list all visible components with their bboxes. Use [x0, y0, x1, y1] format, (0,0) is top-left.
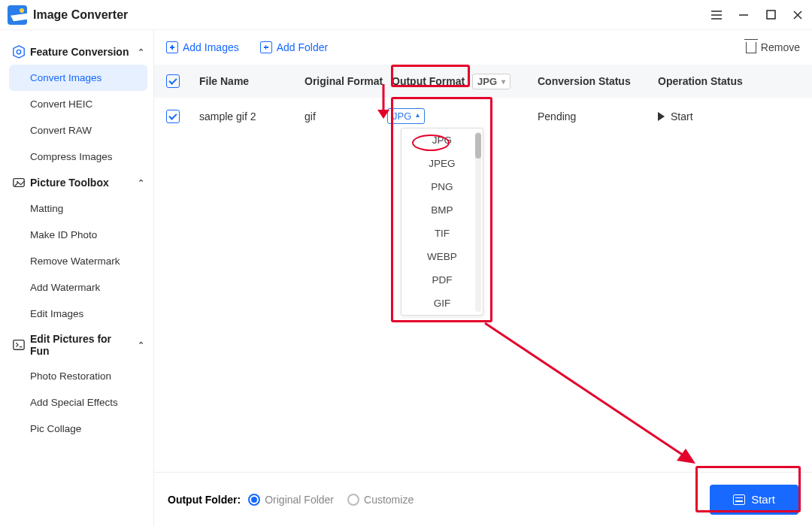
cell-file-name: sample gif 2 — [199, 110, 304, 122]
sidebar-item-convert-heic[interactable]: Convert HEIC — [9, 91, 147, 117]
sidebar-group-feature[interactable]: Feature Conversion ⌃ — [9, 39, 147, 65]
chevron-down-icon: ▾ — [501, 77, 505, 86]
remove-button[interactable]: Remove — [746, 41, 800, 53]
sidebar-group-label: Edit Pictures for Fun — [30, 333, 133, 357]
add-folder-button[interactable]: Add Folder — [260, 41, 328, 53]
button-label: Add Folder — [277, 41, 328, 53]
select-value: JPG — [392, 110, 411, 122]
svg-rect-4 — [767, 11, 775, 19]
sidebar-group-label: Picture Toolbox — [30, 177, 109, 189]
svg-point-8 — [17, 50, 20, 53]
radio-customize[interactable] — [347, 494, 359, 506]
dropdown-option-tif[interactable]: TIF — [401, 222, 483, 245]
convert-icon — [733, 494, 745, 505]
format-dropdown: JPG JPEG PNG BMP TIF WEBP PDF GIF — [401, 128, 483, 316]
sidebar-item-convert-images[interactable]: Convert Images — [9, 65, 147, 91]
dropdown-option-webp[interactable]: WEBP — [401, 245, 483, 268]
sidebar-item-add-wm[interactable]: Add Watermark — [9, 274, 147, 301]
sidebar-item-collage[interactable]: Pic Collage — [9, 416, 147, 442]
toolbar: Add Images Add Folder Remove — [154, 30, 812, 65]
col-operation-status: Operation Status — [658, 75, 800, 87]
chevron-up-icon: ▾ — [416, 112, 420, 120]
sidebar-item-id-photo[interactable]: Make ID Photo — [9, 222, 147, 248]
radio-label: Customize — [364, 494, 414, 506]
sidebar-item-compress[interactable]: Compress Images — [9, 144, 147, 170]
sidebar-item-restoration[interactable]: Photo Restoration — [9, 363, 147, 389]
sidebar-group-label: Feature Conversion — [30, 46, 129, 58]
svg-marker-7 — [14, 46, 24, 58]
add-images-icon — [166, 41, 178, 53]
footer: Output Folder: Original Folder Customize… — [154, 472, 812, 526]
dropdown-scrollbar-track — [475, 132, 481, 312]
trash-icon — [746, 42, 756, 53]
sidebar: Feature Conversion ⌃ Convert Images Conv… — [0, 30, 154, 526]
dropdown-option-png[interactable]: PNG — [401, 175, 483, 198]
toolbox-icon — [12, 176, 26, 189]
select-all-checkbox[interactable] — [166, 74, 180, 88]
maximize-icon[interactable] — [764, 8, 777, 22]
add-images-button[interactable]: Add Images — [166, 41, 239, 53]
radio-label: Original Folder — [265, 494, 334, 506]
chevron-up-icon: ⌃ — [138, 178, 144, 188]
col-file-name: File Name — [199, 75, 304, 87]
button-label: Remove — [761, 41, 800, 53]
row-start-button[interactable]: Start — [658, 110, 693, 122]
row-checkbox[interactable] — [166, 110, 180, 123]
dropdown-option-jpg[interactable]: JPG — [401, 128, 483, 152]
feature-icon — [12, 45, 26, 59]
add-folder-icon — [260, 41, 272, 53]
button-label: Start — [751, 493, 775, 506]
cell-original-format: gif — [304, 110, 387, 122]
select-value: JPG — [477, 76, 497, 87]
close-icon[interactable] — [791, 8, 804, 22]
titlebar: Image Converter — [0, 0, 812, 30]
start-button[interactable]: Start — [710, 485, 798, 515]
sidebar-item-remove-wm[interactable]: Remove Watermark — [9, 248, 147, 274]
col-conversion-status: Conversion Status — [538, 75, 658, 87]
sidebar-item-effects[interactable]: Add Special Effects — [9, 389, 147, 416]
window-controls — [710, 8, 804, 22]
dropdown-scrollbar-thumb[interactable] — [475, 133, 481, 159]
dropdown-option-pdf[interactable]: PDF — [401, 268, 483, 292]
dropdown-option-jpeg[interactable]: JPEG — [401, 152, 483, 175]
chevron-up-icon: ⌃ — [138, 47, 144, 57]
sidebar-item-matting[interactable]: Matting — [9, 195, 147, 222]
dropdown-option-bmp[interactable]: BMP — [401, 198, 483, 222]
radio-original-folder[interactable] — [248, 494, 260, 506]
col-output-format: Output Format — [387, 72, 469, 90]
menu-icon[interactable] — [710, 8, 723, 22]
sidebar-group-toolbox[interactable]: Picture Toolbox ⌃ — [9, 170, 147, 195]
col-original-format: Original Format — [304, 75, 387, 87]
output-folder-label: Output Folder: — [168, 494, 241, 506]
sidebar-group-fun[interactable]: Edit Pictures for Fun ⌃ — [9, 327, 147, 363]
button-label: Start — [671, 110, 693, 122]
table-header: File Name Original Format Output Format … — [154, 65, 812, 98]
app-logo — [8, 5, 27, 25]
fun-icon — [12, 338, 26, 352]
dropdown-option-gif[interactable]: GIF — [401, 292, 483, 315]
play-icon — [658, 112, 665, 121]
cell-status: Pending — [538, 110, 658, 122]
row-format-select[interactable]: JPG ▾ — [387, 108, 425, 124]
sidebar-item-convert-raw[interactable]: Convert RAW — [9, 117, 147, 144]
sidebar-item-edit-images[interactable]: Edit Images — [9, 301, 147, 327]
button-label: Add Images — [183, 41, 239, 53]
app-title: Image Converter — [33, 8, 128, 22]
chevron-up-icon: ⌃ — [138, 340, 144, 350]
svg-rect-11 — [14, 340, 24, 350]
header-format-select[interactable]: JPG ▾ — [472, 74, 511, 89]
minimize-icon[interactable] — [737, 8, 750, 22]
